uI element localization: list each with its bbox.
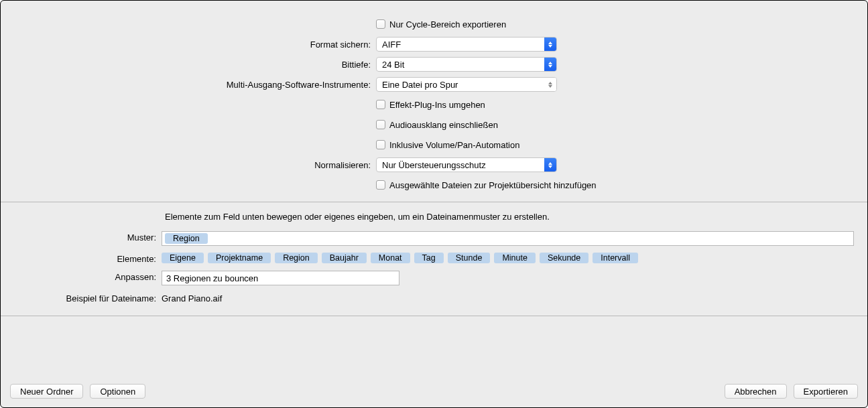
options-button[interactable]: Optionen [90,384,145,399]
element-token-projectname[interactable]: Projektname [208,253,271,263]
element-token-interval[interactable]: Intervall [593,253,638,263]
cancel-button[interactable]: Abbrechen [725,384,787,399]
bypass-fx-checkbox[interactable] [376,100,385,109]
dropdown-arrows-icon [544,158,556,172]
pattern-field[interactable]: Region [162,231,854,246]
add-to-browser-label: Ausgewählte Dateien zur Projektübersicht… [389,180,597,190]
normalize-label: Normalisieren: [1,160,376,170]
dropdown-arrows-icon [544,38,556,51]
multi-output-label: Multi-Ausgang-Software-Instrumente: [1,80,376,90]
save-format-select[interactable]: AIFF [376,37,557,52]
element-token-day[interactable]: Tag [414,253,444,263]
include-tail-checkbox[interactable] [376,120,385,129]
element-token-hour[interactable]: Stunde [448,253,491,263]
multi-output-select[interactable]: Eine Datei pro Spur [376,77,557,92]
element-token-custom[interactable]: Eigene [162,253,204,263]
normalize-select[interactable]: Nur Übersteuerungsschutz [376,157,557,172]
dropdown-arrows-icon [544,58,556,71]
example-filename: Grand Piano.aif [162,293,222,303]
elements-label: Elemente: [14,253,162,264]
custom-label: Anpassen: [14,271,162,282]
export-options-section: Nur Cycle-Bereich exportieren Format sic… [1,1,867,202]
export-dialog: Nur Cycle-Bereich exportieren Format sic… [0,0,868,408]
normalize-value: Nur Übersteuerungsschutz [377,160,544,170]
dialog-button-bar: Neuer Ordner Optionen Abbrechen Exportie… [1,375,867,407]
bitdepth-label: Bittiefe: [1,60,376,70]
bitdepth-value: 24 Bit [377,60,544,70]
include-volpan-checkbox[interactable] [376,140,385,149]
add-to-browser-checkbox[interactable] [376,180,385,190]
elements-palette: Eigene Projektname Region Baujahr Monat … [162,253,745,263]
bypass-fx-label: Effekt-Plug-Ins umgehen [389,100,485,110]
element-token-year[interactable]: Baujahr [322,253,367,263]
export-button[interactable]: Exportieren [794,384,858,399]
element-token-minute[interactable]: Minute [494,253,536,263]
example-label: Beispiel für Dateiname: [14,292,162,303]
bitdepth-select[interactable]: 24 Bit [376,57,557,72]
dropdown-arrows-icon [544,78,556,91]
pattern-token-region[interactable]: Region [165,233,208,244]
custom-text-value: 3 Regionen zu bouncen [166,273,258,283]
element-token-region[interactable]: Region [275,253,318,263]
include-tail-label: Audioausklang einschließen [389,120,498,130]
cycle-only-checkbox[interactable] [376,19,385,29]
include-volpan-label: Inklusive Volume/Pan-Automation [389,140,519,150]
multi-output-value: Eine Datei pro Spur [377,80,544,90]
element-token-second[interactable]: Sekunde [540,253,588,263]
new-folder-button[interactable]: Neuer Ordner [10,384,83,399]
save-format-label: Format sichern: [1,40,376,50]
save-format-value: AIFF [377,40,544,50]
pattern-instruction: Elemente zum Feld unten bewegen oder eig… [14,212,854,222]
filename-pattern-section: Elemente zum Feld unten bewegen oder eig… [1,202,867,316]
custom-text-input[interactable]: 3 Regionen zu bouncen [162,271,399,285]
pattern-label: Muster: [14,231,162,243]
cycle-only-label: Nur Cycle-Bereich exportieren [389,19,506,29]
element-token-month[interactable]: Monat [371,253,410,263]
